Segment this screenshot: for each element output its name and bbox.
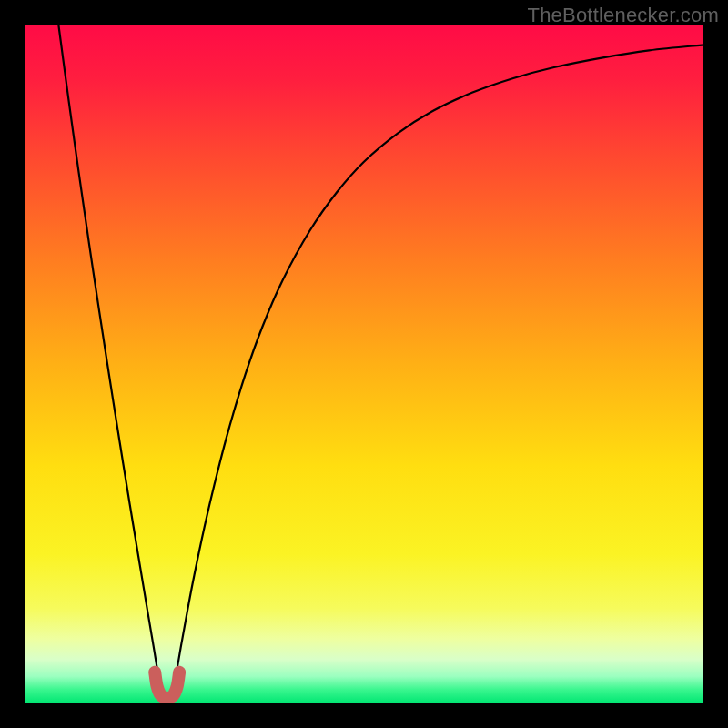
watermark-text: TheBottlenecker.com — [528, 4, 719, 27]
optimal-marker — [155, 672, 179, 698]
bottleneck-curve-left — [58, 25, 158, 675]
curve-layer — [25, 25, 703, 703]
plot-area — [25, 25, 703, 703]
bottleneck-curve-right — [176, 45, 703, 675]
chart-frame: TheBottlenecker.com — [0, 0, 728, 728]
